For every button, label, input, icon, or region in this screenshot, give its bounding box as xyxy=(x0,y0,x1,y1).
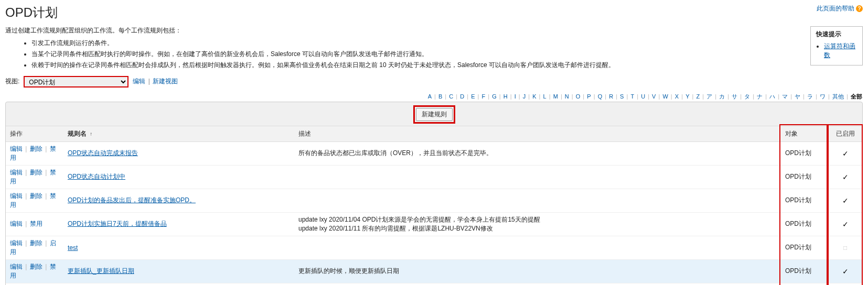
alpha-filter-H[interactable]: H xyxy=(503,93,508,100)
col-header-description[interactable]: 描述 xyxy=(294,126,781,141)
unchecked-icon: □ xyxy=(843,244,847,251)
rule-object: OPD计划 xyxy=(781,236,828,259)
check-icon: ✓ xyxy=(842,196,849,205)
alpha-filter-タ[interactable]: タ xyxy=(744,93,751,100)
alpha-filter-カ[interactable]: カ xyxy=(719,93,725,100)
intro-text: 通过创建工作流规则配置组织的工作流。每个工作流规则包括： 引发工作流规则运行的条… xyxy=(5,26,863,71)
rule-name-link[interactable]: 更新插队_更新插队日期 xyxy=(68,267,134,275)
row-action-delete[interactable]: 删除 xyxy=(30,239,42,247)
check-icon: ✓ xyxy=(842,173,849,181)
table-row: 编辑 | 删除 | 禁用OPD状态自动计划中OPD计划✓ xyxy=(6,165,862,189)
alpha-filter: A | B | C | D | E | F | G | H | I | J | … xyxy=(5,93,863,101)
alpha-filter-ア[interactable]: ア xyxy=(706,93,713,100)
alpha-filter-其他[interactable]: 其他 xyxy=(832,93,844,100)
rule-name-link[interactable]: OPD状态自动计划中 xyxy=(68,173,125,180)
alpha-filter-N[interactable]: N xyxy=(564,93,570,100)
rule-enabled: □ xyxy=(828,236,862,259)
row-action-delete[interactable]: 删除 xyxy=(30,169,42,176)
alpha-filter-P[interactable]: P xyxy=(586,93,591,100)
rule-enabled: ✓ xyxy=(828,259,862,283)
alpha-filter-Q[interactable]: Q xyxy=(597,93,603,100)
rule-object: OPD计划 xyxy=(781,141,828,165)
rule-enabled: ✓ xyxy=(828,165,862,189)
rule-description xyxy=(294,236,781,259)
view-select[interactable]: OPD计划 xyxy=(24,76,128,87)
alpha-filter-T[interactable]: T xyxy=(630,93,635,100)
help-link-text: 此页面的帮助 xyxy=(817,5,854,12)
alpha-filter-ハ[interactable]: ハ xyxy=(769,93,776,100)
col-header-enabled[interactable]: 已启用 xyxy=(828,126,862,141)
alpha-filter-マ[interactable]: マ xyxy=(781,93,788,100)
table-row: 编辑 | 删除 | 禁用更新插队_更新插队日期更新插队的时候，顺便更新插队日期O… xyxy=(6,259,862,283)
row-action-edit[interactable]: 编辑 xyxy=(10,220,23,227)
rule-name-link[interactable]: OPD计划实施日7天前，提醒借备品 xyxy=(68,220,167,227)
alpha-filter-ヤ[interactable]: ヤ xyxy=(794,93,801,100)
alpha-filter-G[interactable]: G xyxy=(491,93,497,100)
check-icon: ✓ xyxy=(842,220,849,228)
col-header-object[interactable]: 对象 xyxy=(781,126,828,141)
view-label: 视图: xyxy=(5,77,19,86)
rules-table: 操作 规则名 ↑ 描述 对象 已启用 编辑 | 删除 | 禁用OPD状态自动完成… xyxy=(6,126,862,285)
row-action-delete[interactable]: 删除 xyxy=(30,145,42,152)
help-link[interactable]: 此页面的帮助? xyxy=(817,4,863,13)
alpha-filter-全部[interactable]: 全部 xyxy=(850,93,863,100)
rule-name-link[interactable]: OPD计划的备品发出后，提醒准备实施OPD。 xyxy=(68,196,196,204)
page-title: OPD计划 xyxy=(5,4,58,21)
alpha-filter-X[interactable]: X xyxy=(674,93,679,100)
new-rule-button[interactable]: 新建规则 xyxy=(416,108,453,121)
alpha-filter-K[interactable]: K xyxy=(532,93,537,100)
view-edit-link[interactable]: 编辑 xyxy=(133,78,145,85)
alpha-filter-O[interactable]: O xyxy=(575,93,581,100)
intro-bullet: 当某个记录同条件相匹配时执行的即时操作。例如，在创建了高价值的新业务机会后，Sa… xyxy=(31,49,863,59)
row-action-disable[interactable]: 禁用 xyxy=(30,220,42,227)
alpha-filter-E[interactable]: E xyxy=(470,93,475,100)
row-action-delete[interactable]: 删除 xyxy=(30,192,42,200)
col-header-action: 操作 xyxy=(6,126,63,141)
rule-object: OPD计划 xyxy=(781,212,828,236)
alpha-filter-ラ[interactable]: ラ xyxy=(807,93,813,100)
rule-description: update lxy 2020/11/04 OPD计划来源是学会的无需提醒，学会… xyxy=(294,212,781,236)
table-row: 编辑 | 删除 | 禁用OPD状态自动完成末报告所有的备品状态都已出库或取消（O… xyxy=(6,141,862,165)
alpha-filter-C[interactable]: C xyxy=(448,93,454,100)
alpha-filter-ワ[interactable]: ワ xyxy=(819,93,826,100)
intro-bullet: 依赖于时间的操作在记录同条件相匹配时会排成队列，然后根据时间触发器执行。例如，如… xyxy=(31,60,863,70)
rule-object: OPD计划 xyxy=(781,259,828,283)
alpha-filter-U[interactable]: U xyxy=(640,93,646,100)
rule-enabled: ✓ xyxy=(828,189,862,212)
table-row: 编辑 | 禁用OPD计划实施日7天前，提醒借备品update lxy 2020/… xyxy=(6,212,862,236)
row-action-edit[interactable]: 编辑 xyxy=(10,239,23,247)
alpha-filter-L[interactable]: L xyxy=(543,93,547,100)
alpha-filter-W[interactable]: W xyxy=(662,93,668,100)
alpha-filter-D[interactable]: D xyxy=(459,93,465,100)
rule-description: 所有的备品状态都已出库或取消（OVER），并且当前状态不是完毕。 xyxy=(294,141,781,165)
rule-enabled: ✓ xyxy=(828,212,862,236)
alpha-filter-サ[interactable]: サ xyxy=(731,93,738,100)
alpha-filter-F[interactable]: F xyxy=(481,93,486,100)
alpha-filter-R[interactable]: R xyxy=(608,93,614,100)
row-action-edit[interactable]: 编辑 xyxy=(10,145,23,152)
row-action-edit[interactable]: 编辑 xyxy=(10,192,23,200)
row-action-edit[interactable]: 编辑 xyxy=(10,169,23,176)
rule-name-link[interactable]: OPD状态自动完成末报告 xyxy=(68,149,138,157)
view-new-link[interactable]: 新建视图 xyxy=(153,78,178,85)
check-icon: ✓ xyxy=(842,267,849,276)
alpha-filter-I[interactable]: I xyxy=(514,93,517,100)
rule-description xyxy=(294,165,781,189)
rule-description xyxy=(294,283,781,285)
rule-object: OPD计划 xyxy=(781,283,828,285)
alpha-filter-ナ[interactable]: ナ xyxy=(756,93,763,100)
table-row: 编辑 | 删除 | 启用testOPD计划□ xyxy=(6,236,862,259)
row-action-delete[interactable]: 删除 xyxy=(30,263,42,270)
quick-tips-title: 快速提示 xyxy=(816,30,857,39)
rule-object: OPD计划 xyxy=(781,165,828,189)
tips-ops-funcs-link[interactable]: 运算符和函数 xyxy=(824,42,855,59)
row-action-edit[interactable]: 编辑 xyxy=(10,263,23,270)
rule-enabled: ✓ xyxy=(828,141,862,165)
alpha-filter-Z[interactable]: Z xyxy=(695,93,700,100)
col-header-rulename[interactable]: 规则名 ↑ xyxy=(63,126,294,141)
alpha-filter-B[interactable]: B xyxy=(438,93,443,100)
rule-name-link[interactable]: test xyxy=(68,244,78,251)
alpha-filter-M[interactable]: M xyxy=(553,93,559,100)
intro-bullet: 引发工作流规则运行的条件。 xyxy=(31,38,863,48)
alpha-filter-A[interactable]: A xyxy=(427,93,432,100)
